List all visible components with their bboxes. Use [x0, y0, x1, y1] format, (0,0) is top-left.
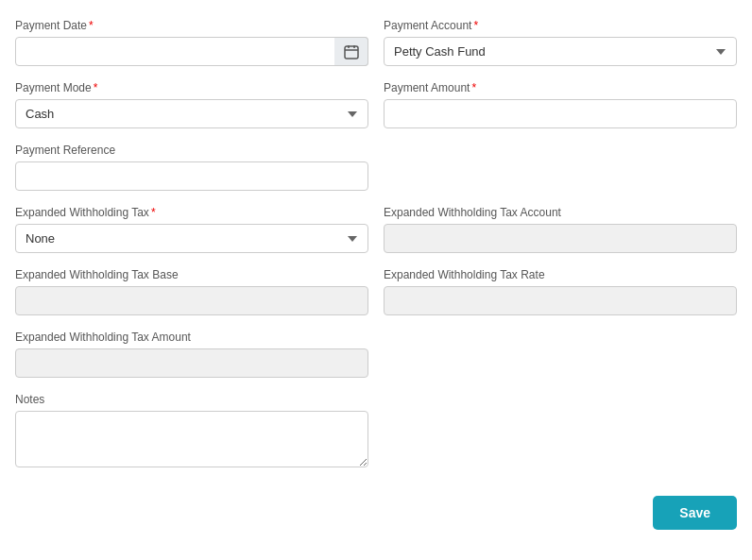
- payment-amount-label: Payment Amount*: [384, 81, 737, 94]
- payment-amount-input[interactable]: 500.00: [384, 99, 737, 128]
- notes-textarea[interactable]: [15, 411, 368, 467]
- payment-mode-group: Payment Mode* Cash Check Bank Transfer: [15, 81, 368, 128]
- ewt-amount-input: 0.00: [15, 348, 368, 378]
- payment-account-label: Payment Account*: [384, 19, 737, 32]
- payment-mode-label: Payment Mode*: [15, 81, 368, 94]
- payment-date-wrapper: Aug 09, 2023: [15, 37, 368, 66]
- payment-account-group: Payment Account* Petty Cash Fund Cash on…: [384, 19, 737, 66]
- calendar-icon: [344, 44, 359, 59]
- ewt-rate-label: Expanded Withholding Tax Rate: [384, 268, 737, 281]
- payment-reference-input[interactable]: [15, 161, 368, 191]
- form-footer: Save: [15, 486, 737, 530]
- ewt-amount-group: Expanded Withholding Tax Amount 0.00: [15, 331, 368, 378]
- ewt-group: Expanded Withholding Tax* None 1% 2% 5% …: [15, 206, 368, 253]
- ewt-rate-group: Expanded Withholding Tax Rate 0.00: [384, 268, 737, 315]
- payment-date-label: Payment Date*: [15, 19, 368, 32]
- ewt-select-wrapper: None 1% 2% 5% 10%: [15, 224, 368, 253]
- ewt-base-group: Expanded Withholding Tax Base 0.00: [15, 268, 368, 315]
- ewt-account-input: [384, 224, 737, 253]
- payment-amount-group: Payment Amount* 500.00: [384, 81, 737, 128]
- notes-label: Notes: [15, 393, 368, 406]
- ewt-base-label: Expanded Withholding Tax Base: [15, 268, 368, 281]
- payment-account-select-wrapper: Petty Cash Fund Cash on Hand Bank Accoun…: [384, 37, 737, 66]
- calendar-icon-button[interactable]: [334, 37, 368, 66]
- ewt-account-group: Expanded Withholding Tax Account: [384, 206, 737, 253]
- payment-mode-select-wrapper: Cash Check Bank Transfer: [15, 99, 368, 128]
- ewt-base-input: 0.00: [15, 286, 368, 315]
- svg-rect-0: [345, 46, 358, 59]
- payment-date-group: Payment Date* Aug 09, 2023: [15, 19, 368, 66]
- save-button[interactable]: Save: [653, 496, 737, 530]
- ewt-label: Expanded Withholding Tax*: [15, 206, 368, 219]
- ewt-rate-input: 0.00: [384, 286, 737, 315]
- payment-date-input[interactable]: Aug 09, 2023: [15, 37, 368, 66]
- ewt-account-label: Expanded Withholding Tax Account: [384, 206, 737, 219]
- notes-group: Notes: [15, 393, 368, 467]
- payment-reference-group: Payment Reference: [15, 144, 368, 191]
- ewt-amount-label: Expanded Withholding Tax Amount: [15, 331, 368, 344]
- ewt-select[interactable]: None 1% 2% 5% 10%: [15, 224, 368, 253]
- payment-reference-label: Payment Reference: [15, 144, 368, 157]
- payment-account-select[interactable]: Petty Cash Fund Cash on Hand Bank Accoun…: [384, 37, 737, 66]
- payment-mode-select[interactable]: Cash Check Bank Transfer: [15, 99, 368, 128]
